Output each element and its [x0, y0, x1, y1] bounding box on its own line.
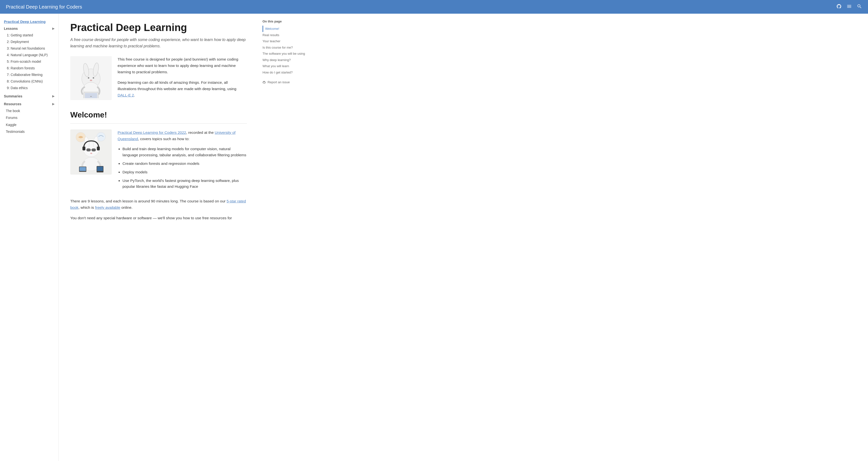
- svg-rect-25: [97, 167, 103, 171]
- list-item: Deploy models: [122, 169, 247, 175]
- resources-section-header[interactable]: Resources ▶: [4, 102, 54, 106]
- welcome-bullets: Build and train deep learning models for…: [118, 146, 247, 190]
- sidebar-lesson-item[interactable]: 9: Data ethics: [4, 85, 54, 91]
- bunny-sketch-1: [70, 56, 112, 100]
- summaries-section-header[interactable]: Summaries ▶: [4, 94, 54, 98]
- sidebar-lesson-item[interactable]: 5: From-scratch model: [4, 58, 54, 65]
- svg-rect-16: [97, 146, 100, 150]
- toc-item[interactable]: What you will learn: [262, 63, 308, 69]
- list-item: Create random forests and regression mod…: [122, 161, 247, 167]
- svg-rect-15: [83, 146, 85, 150]
- no-hardware-text: You don't need any special hardware or s…: [70, 215, 247, 221]
- resources-list: The bookForumsKaggleTestimonials: [4, 108, 54, 135]
- list-item: Build and train deep learning models for…: [122, 146, 247, 158]
- search-icon[interactable]: [857, 4, 862, 10]
- header: Practical Deep Learning for Coders: [0, 0, 868, 14]
- svg-rect-8: [85, 93, 97, 98]
- summaries-arrow: ▶: [52, 94, 54, 98]
- intro-p2: Deep learning can do all kinds of amazin…: [118, 79, 247, 99]
- site-title: Practical Deep Learning for Coders: [6, 4, 836, 10]
- toc-item[interactable]: Real results: [262, 32, 308, 38]
- svg-point-3: [88, 77, 89, 79]
- toc-item[interactable]: Is this course for me?: [262, 45, 308, 51]
- toc-list: Welcome!Real resultsYour teacherIs this …: [262, 26, 308, 76]
- sidebar-resource-item[interactable]: Forums: [4, 114, 54, 121]
- lessons-arrow: ▶: [52, 27, 54, 30]
- svg-point-9: [90, 96, 92, 97]
- toc: On this page Welcome!Real resultsYour te…: [258, 14, 312, 461]
- welcome-title: Welcome!: [70, 110, 247, 119]
- intro-block: This free course is designed for people …: [70, 56, 247, 103]
- report-issue[interactable]: Report an issue: [262, 80, 308, 84]
- toc-title: On this page: [262, 20, 308, 23]
- list-item: Use PyTorch, the world's fastest growing…: [122, 178, 247, 190]
- toc-item[interactable]: How do I get started?: [262, 69, 308, 76]
- svg-point-4: [93, 77, 94, 79]
- dalle-link[interactable]: DALL-E 2: [118, 93, 134, 97]
- resources-arrow: ▶: [52, 102, 54, 106]
- toc-item[interactable]: Welcome!: [262, 26, 308, 32]
- freely-link[interactable]: freely available: [95, 205, 120, 209]
- svg-rect-18: [92, 148, 96, 151]
- lessons-info: There are 9 lessons, and each lesson is …: [70, 198, 247, 211]
- svg-rect-17: [86, 148, 91, 151]
- svg-point-5: [90, 80, 92, 81]
- github-icon[interactable]: [836, 4, 842, 10]
- sidebar-lesson-item[interactable]: 3: Neural net foundations: [4, 45, 54, 52]
- header-icons: [836, 4, 862, 10]
- svg-rect-23: [80, 167, 86, 171]
- sidebar-lesson-item[interactable]: 2: Deployment: [4, 38, 54, 45]
- toc-item[interactable]: Why deep learning?: [262, 57, 308, 63]
- sidebar-resource-item[interactable]: Testimonials: [4, 128, 54, 135]
- welcome-p1: Practical Deep Learning for Coders 2022,…: [118, 129, 247, 142]
- sidebar-top-link[interactable]: Practical Deep Learning: [4, 20, 54, 24]
- sidebar-resource-item[interactable]: The book: [4, 108, 54, 114]
- svg-point-20: [90, 153, 92, 154]
- intro-text: This free course is designed for people …: [118, 56, 247, 103]
- sidebar-lesson-item[interactable]: 4: Natural Language (NLP): [4, 52, 54, 58]
- sidebar-lesson-item[interactable]: 7: Collaborative filtering: [4, 71, 54, 78]
- sidebar: Practical Deep Learning Lessons ▶ 1: Get…: [0, 14, 59, 461]
- lessons-list: 1: Getting started2: Deployment3: Neural…: [4, 32, 54, 91]
- page-title: Practical Deep Learning: [70, 22, 247, 34]
- sidebar-lesson-item[interactable]: 6: Random forests: [4, 65, 54, 71]
- lessons-section-header[interactable]: Lessons ▶: [4, 27, 54, 31]
- bunny-sketch-2: [70, 129, 112, 175]
- toc-item[interactable]: Your teacher: [262, 38, 308, 45]
- sidebar-resource-item[interactable]: Kaggle: [4, 121, 54, 128]
- welcome-text: Practical Deep Learning for Coders 2022,…: [118, 129, 247, 192]
- welcome-block: Practical Deep Learning for Coders 2022,…: [70, 129, 247, 192]
- course-link[interactable]: Practical Deep Learning for Coders 2022: [118, 131, 186, 135]
- page-subtitle: A free course designed for people with s…: [70, 37, 247, 49]
- sidebar-lesson-item[interactable]: 8: Convolutions (CNNs): [4, 78, 54, 85]
- main-content: Practical Deep Learning A free course de…: [59, 14, 258, 461]
- toc-item[interactable]: The software you will be using: [262, 51, 308, 57]
- intro-p1: This free course is designed for people …: [118, 56, 247, 76]
- menu-icon[interactable]: [846, 4, 852, 10]
- sidebar-lesson-item[interactable]: 1: Getting started: [4, 32, 54, 38]
